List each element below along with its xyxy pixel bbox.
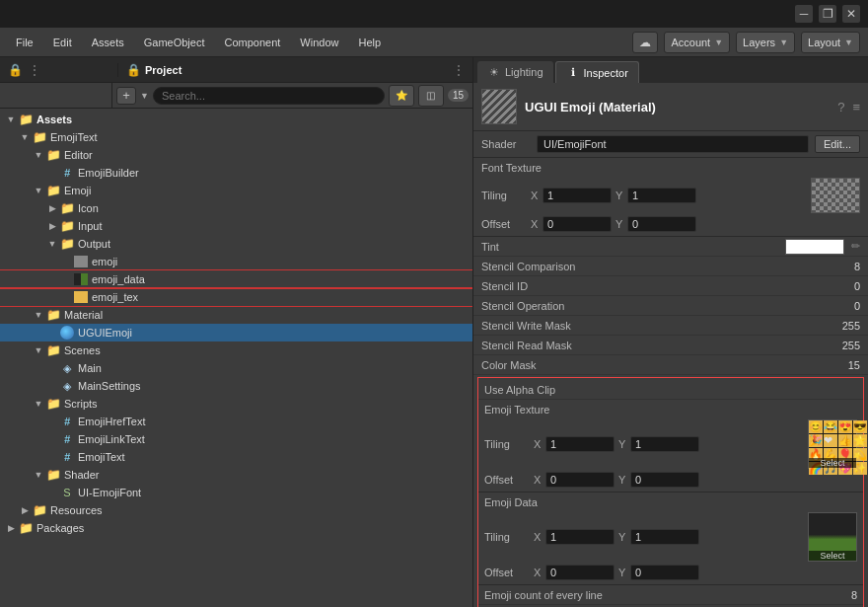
scene-icon-mainsettings: ◈ xyxy=(59,379,75,393)
tree-item-emojitext-script[interactable]: ▶ # EmojiText xyxy=(0,448,472,466)
menu-gameobject[interactable]: GameObject xyxy=(136,35,213,50)
tree-item-emojibuilder[interactable]: ▶ # EmojiBuilder xyxy=(0,164,472,182)
tree-item-mainsettings[interactable]: ▶ ◈ MainSettings xyxy=(0,377,472,395)
tree-item-shader[interactable]: ▼ 📁 Shader xyxy=(0,466,472,484)
tree-label-material: Material xyxy=(64,309,103,321)
expand-arrow-assets[interactable]: ▼ xyxy=(4,114,18,124)
folder-icon-assets: 📁 xyxy=(18,113,34,126)
tree-item-packages[interactable]: ▶ 📁 Packages xyxy=(0,519,472,537)
tree-item-emojilinktext[interactable]: ▶ # EmojiLinkText xyxy=(0,430,472,448)
project-search-input[interactable] xyxy=(153,87,385,105)
expand-arrow-scenes[interactable]: ▼ xyxy=(32,345,45,355)
tree-item-assets[interactable]: ▼ 📁 Assets xyxy=(0,111,472,128)
emoji-tiling-row: Tiling X Y xyxy=(484,419,857,469)
main-content: 🔒 ⋮ 🔒 Project ⋮ + ▼ ⭐ ◫ 15 xyxy=(0,57,868,607)
add-asset-button[interactable]: + xyxy=(116,87,136,105)
options-icon-project[interactable]: ⋮ xyxy=(453,63,465,77)
emoji-data-tiling-x-input[interactable] xyxy=(545,529,615,545)
emoji-offset-x-input[interactable] xyxy=(545,472,615,488)
tree-item-icon[interactable]: ▶ 📁 Icon xyxy=(0,199,472,217)
folder-icon-icon: 📁 xyxy=(59,201,75,215)
expand-arrow-icon[interactable]: ▶ xyxy=(45,203,59,213)
cloud-button[interactable]: ☁ xyxy=(632,32,658,53)
tree-item-editor[interactable]: ▼ 📁 Editor xyxy=(0,146,472,164)
menu-help[interactable]: Help xyxy=(350,35,389,50)
emoji-tiling-x-input[interactable] xyxy=(545,436,615,452)
menu-icon[interactable]: ≡ xyxy=(852,100,860,114)
add-dropdown-arrow[interactable]: ▼ xyxy=(140,91,149,101)
expand-arrow-shader[interactable]: ▼ xyxy=(32,470,45,480)
menu-window[interactable]: Window xyxy=(292,35,346,50)
expand-arrow-emojitext[interactable]: ▼ xyxy=(18,132,32,142)
expand-arrow-input[interactable]: ▶ xyxy=(45,221,59,231)
tree-item-scripts[interactable]: ▼ 📁 Scripts xyxy=(0,395,472,413)
tint-swatch[interactable] xyxy=(785,239,844,255)
emoji-data-tiling-y-input[interactable] xyxy=(630,529,699,545)
expand-arrow-scripts[interactable]: ▼ xyxy=(32,399,45,409)
tree-item-material[interactable]: ▼ 📁 Material xyxy=(0,306,472,324)
stencil-read-mask-value: 255 xyxy=(654,340,860,351)
tree-item-uguiemoji[interactable]: ▶ UGUIEmoji xyxy=(0,324,472,341)
emoji-data-preview-container[interactable]: Select xyxy=(808,512,857,562)
emoji-data-offset-x-input[interactable] xyxy=(545,565,615,580)
tree-item-emojitext[interactable]: ▼ 📁 EmojiText xyxy=(0,128,472,146)
favorites-icon[interactable]: ⭐ xyxy=(389,85,414,107)
menu-file[interactable]: File xyxy=(8,35,41,50)
options-icon-hierarchy[interactable]: ⋮ xyxy=(29,63,40,77)
expand-arrow-resources[interactable]: ▶ xyxy=(18,505,32,515)
help-icon[interactable]: ? xyxy=(837,100,844,114)
tree-item-resources[interactable]: ▶ 📁 Resources xyxy=(0,501,472,519)
emoji-data-select-overlay: Select xyxy=(809,551,856,561)
shader-field[interactable] xyxy=(537,135,809,153)
expand-arrow-output[interactable]: ▼ xyxy=(45,239,59,249)
lock-icon-hierarchy[interactable]: 🔒 xyxy=(8,63,23,77)
tint-edit-icon[interactable]: ✏ xyxy=(851,240,860,253)
minimize-button[interactable]: ─ xyxy=(795,5,813,23)
asset-count-badge: 15 xyxy=(448,89,469,102)
lighting-icon: ☀ xyxy=(487,65,501,79)
emoji-data-offset-y-input[interactable] xyxy=(630,565,699,580)
expand-arrow-packages[interactable]: ▶ xyxy=(4,523,18,533)
emoji-tiling-y-input[interactable] xyxy=(630,436,699,452)
font-tiling-y-input[interactable] xyxy=(627,188,696,203)
menu-edit[interactable]: Edit xyxy=(45,35,80,50)
account-dropdown[interactable]: Account ▼ xyxy=(664,32,730,53)
font-offset-y-input[interactable] xyxy=(627,216,696,232)
tree-item-emojihreftext[interactable]: ▶ # EmojiHrefText xyxy=(0,413,472,430)
menu-assets[interactable]: Assets xyxy=(84,35,132,50)
scene-icon-main: ◈ xyxy=(59,361,75,375)
menu-component[interactable]: Component xyxy=(216,35,288,50)
tab-lighting[interactable]: ☀ Lighting xyxy=(477,61,553,83)
close-button[interactable]: ✕ xyxy=(842,5,860,23)
tree-item-ui-emojifont[interactable]: ▶ S UI-EmojiFont xyxy=(0,484,472,501)
expand-arrow-emoji-folder[interactable]: ▼ xyxy=(32,186,45,195)
edit-shader-button[interactable]: Edit... xyxy=(815,135,860,153)
maximize-button[interactable]: ❐ xyxy=(819,5,836,23)
layers-dropdown[interactable]: Layers ▼ xyxy=(736,32,795,53)
emoji-texture-preview-container[interactable]: 😊 😂 😍 😎 🎉 ❤ 👍 🌟 🔥 💪 🎈 xyxy=(808,419,857,469)
tree-label-packages: Packages xyxy=(36,522,84,534)
tree-item-main[interactable]: ▶ ◈ Main xyxy=(0,359,472,377)
tree-item-emoji-tex[interactable]: ▶ emoji_tex xyxy=(0,288,472,306)
font-texture-preview[interactable] xyxy=(811,178,860,213)
tree-item-emoji-folder[interactable]: ▼ 📁 Emoji xyxy=(0,182,472,199)
tree-item-emoji-file[interactable]: ▶ emoji xyxy=(0,253,472,270)
font-offset-x-input[interactable] xyxy=(542,216,612,232)
use-alpha-clip-label: Use Alpha Clip xyxy=(484,384,647,396)
filter-icon[interactable]: ◫ xyxy=(418,85,444,107)
layout-dropdown[interactable]: Layout ▼ xyxy=(801,32,860,53)
emoji-offset-y-input[interactable] xyxy=(630,472,699,488)
title-bar: ─ ❐ ✕ xyxy=(0,0,868,28)
lock-icon-project[interactable]: 🔒 xyxy=(126,63,141,77)
expand-arrow-material[interactable]: ▼ xyxy=(32,310,45,320)
expand-arrow-editor[interactable]: ▼ xyxy=(32,150,45,160)
font-offset-xy: X Y xyxy=(531,216,811,232)
tree-item-emoji-data[interactable]: ▶ emoji_data xyxy=(0,270,472,288)
tree-item-input[interactable]: ▶ 📁 Input xyxy=(0,217,472,235)
font-texture-label: Font Texture xyxy=(481,162,860,174)
tree-label-main: Main xyxy=(78,362,102,374)
tree-item-output[interactable]: ▼ 📁 Output xyxy=(0,235,472,253)
tab-inspector[interactable]: ℹ Inspector xyxy=(555,61,639,83)
tree-item-scenes[interactable]: ▼ 📁 Scenes xyxy=(0,341,472,359)
font-tiling-x-input[interactable] xyxy=(542,188,612,203)
